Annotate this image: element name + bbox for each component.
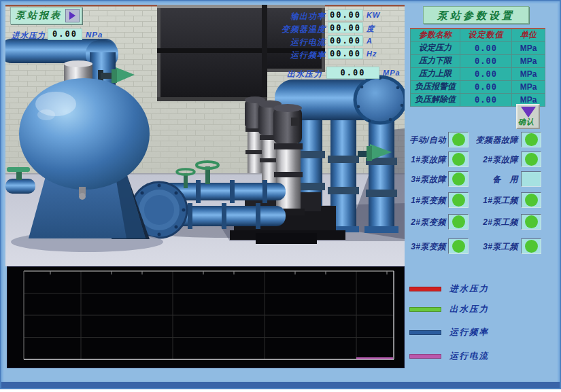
run-current-value: 00.00: [328, 35, 363, 46]
status-label: 1#泵工频: [466, 195, 518, 207]
indicator-lamp: [525, 194, 538, 207]
indicator-lamp: [525, 215, 538, 228]
status-label: 备 用: [466, 174, 518, 185]
inlet-pressure-unit: NPa: [86, 31, 103, 39]
status-label: 1#泵变频: [403, 195, 446, 207]
table-row: 压力下限 0.00 MPa: [411, 54, 545, 67]
legend-swatch: [409, 287, 441, 291]
hmi-screen: 泵站报表 进水压力 0.00 NPa 输出功率 变频器温度 运行电流 运行频率 …: [0, 0, 561, 389]
legend-swatch: [409, 354, 441, 359]
inlet-pressure-value: 0.00: [48, 29, 82, 40]
inverter-temp-label: 变频器温度: [282, 24, 326, 35]
legend-label: 出水压力: [449, 304, 489, 315]
indicator-box: [448, 214, 469, 230]
run-current-unit: A: [367, 37, 373, 45]
outlet-pressure-unit: MPa: [383, 69, 401, 77]
parameter-table: 参数名称 设定数值 单位 设定压力 0.00 MPa 压力下限 0.00 MPa…: [410, 28, 545, 107]
bottom-border-band: [1, 382, 561, 388]
play-arrow-icon: [69, 12, 75, 20]
param-value-field[interactable]: 0.00: [460, 93, 512, 106]
indicator-box: [448, 132, 469, 147]
confirm-button-label: 确认: [518, 117, 534, 127]
legend-label: 运行频率: [449, 327, 489, 338]
param-unit: MPa: [512, 67, 545, 80]
param-name: 负压解除值: [411, 93, 460, 106]
report-button[interactable]: 泵站报表: [10, 7, 82, 24]
table-row: 负压报警值 0.00 MPa: [411, 80, 545, 93]
status-label: 2#泵故障: [466, 154, 518, 166]
status-label: 2#泵变频: [403, 217, 446, 228]
status-label: 3#泵变频: [403, 241, 446, 253]
report-nav-box[interactable]: [65, 9, 80, 22]
status-label: 变频器故障: [466, 135, 518, 146]
indicator-box: [448, 171, 469, 187]
output-power-label: 输出功率: [290, 11, 326, 22]
param-unit: MPa: [512, 54, 545, 67]
header-set-value: 设定数值: [460, 29, 512, 41]
status-label: 1#泵故障: [403, 154, 446, 166]
trend-chart: [7, 266, 405, 368]
status-label: 手动/自动: [403, 135, 446, 146]
param-value-field[interactable]: 0.00: [460, 54, 512, 67]
legend-swatch: [409, 307, 441, 312]
outlet-pressure-value: 0.00: [326, 67, 379, 79]
indicator-lamp: [452, 215, 465, 228]
legend-label: 进水压力: [449, 283, 489, 295]
header-param-name: 参数名称: [411, 29, 460, 41]
indicator-box: [448, 152, 469, 167]
table-row: 压力上限 0.00 MPa: [411, 67, 545, 80]
run-frequency-label: 运行频率: [290, 50, 326, 61]
indicator-box: [448, 192, 469, 208]
indicator-box: [448, 238, 469, 254]
status-label: 2#泵工频: [466, 217, 518, 228]
confirm-button[interactable]: 确认: [516, 104, 540, 129]
table-header-row: 参数名称 设定数值 单位: [411, 29, 545, 41]
report-button-label: 泵站报表: [16, 10, 62, 22]
indicator-box: [521, 171, 541, 187]
output-power-unit: KW: [367, 11, 380, 19]
param-name: 压力上限: [411, 67, 460, 80]
indicator-box: [521, 214, 541, 230]
param-name: 压力下限: [411, 54, 460, 67]
run-frequency-unit: Hz: [367, 50, 377, 58]
indicator-lamp: [452, 173, 465, 185]
indicator-lamp: [525, 240, 538, 253]
legend-label: 运行电流: [449, 351, 489, 362]
pump-station-3d-view: 泵站报表 进水压力 0.00 NPa 输出功率 变频器温度 运行电流 运行频率 …: [5, 5, 405, 266]
indicator-box: [521, 152, 541, 167]
indicator-lamp: [452, 240, 465, 253]
indicator-lamp: [452, 153, 465, 166]
output-power-value: 00.00: [328, 10, 363, 20]
inverter-temp-unit: 度: [367, 24, 375, 34]
param-value-field[interactable]: 0.00: [460, 67, 512, 80]
run-frequency-value: 00.00: [328, 48, 363, 59]
table-row: 设定压力 0.00 MPa: [411, 41, 545, 54]
indicator-lamp: [525, 153, 538, 166]
status-label: 3#泵工频: [466, 241, 518, 253]
param-name: 设定压力: [411, 41, 460, 54]
inlet-pressure-label: 进水压力: [12, 31, 46, 41]
header-unit: 单位: [512, 29, 545, 41]
indicator-lamp: [452, 133, 465, 146]
indicator-lamp: [452, 194, 465, 207]
legend-swatch: [409, 330, 441, 335]
param-value-field[interactable]: 0.00: [460, 41, 512, 54]
indicator-box: [521, 132, 541, 147]
indicator-box: [521, 238, 541, 254]
param-name: 负压报警值: [411, 80, 460, 93]
outlet-pressure-label: 出水压力: [245, 69, 322, 80]
param-unit: MPa: [512, 41, 545, 54]
inverter-temp-value: 00.00: [328, 22, 363, 33]
indicator-box: [521, 192, 541, 208]
param-value-field[interactable]: 0.00: [460, 80, 512, 93]
confirm-triangle-icon: [521, 107, 536, 118]
indicator-lamp: [525, 133, 538, 146]
settings-panel-title: 泵站参数设置: [423, 6, 529, 24]
param-unit: MPa: [512, 80, 545, 93]
run-current-label: 运行电流: [290, 37, 326, 48]
status-label: 3#泵故障: [403, 174, 446, 185]
